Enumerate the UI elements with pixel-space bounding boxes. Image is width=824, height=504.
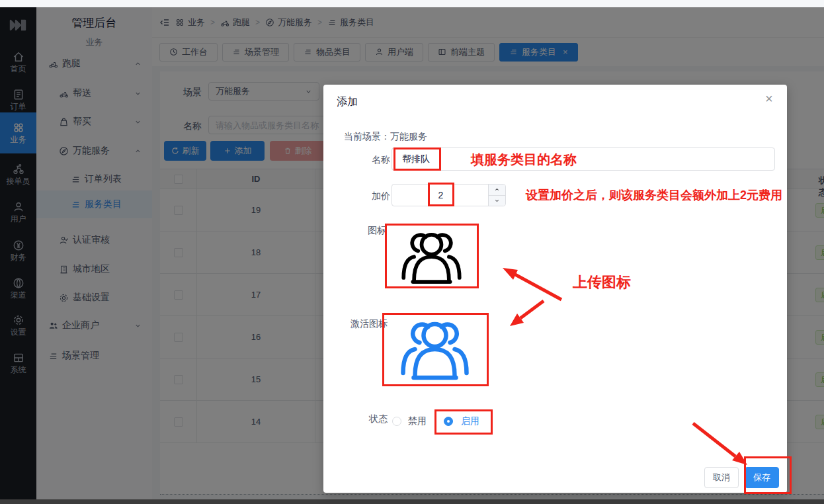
- category-icon-blue-upload[interactable]: [390, 317, 479, 384]
- stepper-down-icon[interactable]: [489, 196, 505, 206]
- category-icon-black-upload[interactable]: [393, 229, 470, 287]
- price-field-value: 2: [392, 185, 489, 206]
- price-field-label: 加价: [372, 190, 390, 202]
- stepper-up-icon[interactable]: [489, 185, 505, 196]
- name-field-input[interactable]: 帮排队: [391, 147, 775, 171]
- status-radio-group: 禁用 启用: [392, 415, 479, 427]
- dialog-title: 添加: [337, 95, 358, 109]
- app-screen: 首页 订单 业务 接单员 用户 财务 渠道 设置: [0, 0, 824, 504]
- status-disabled-label: 禁用: [408, 415, 427, 427]
- save-button[interactable]: 保存: [745, 467, 779, 488]
- dialog-close-icon[interactable]: ×: [765, 91, 773, 106]
- name-field-label: 名称: [372, 154, 390, 166]
- add-dialog: 添加 × 当前场景：万能服务 名称 帮排队 加价 2 图标 激活图: [323, 85, 787, 493]
- price-field-stepper[interactable]: 2: [391, 184, 506, 206]
- icon-field-label: 图标: [368, 225, 386, 237]
- active-icon-field-label: 激活图标: [350, 318, 388, 330]
- dialog-footer: 取消 保存: [704, 467, 779, 488]
- current-scene-text: 当前场景：万能服务: [344, 131, 427, 143]
- status-disabled-radio[interactable]: [392, 417, 401, 426]
- stepper-controls: [488, 185, 505, 206]
- status-field-label: 状态: [369, 413, 388, 425]
- cancel-button[interactable]: 取消: [704, 467, 739, 488]
- status-enabled-label: 启用: [461, 415, 479, 427]
- status-enabled-radio[interactable]: [444, 417, 453, 426]
